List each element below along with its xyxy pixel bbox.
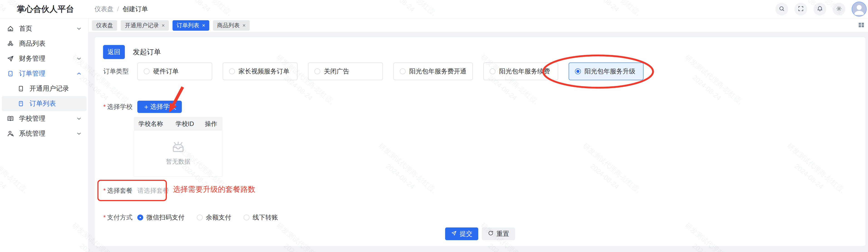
tab-bar: 仪表盘 开通用户记录 × 订单列表 × 商品列表 × [89,19,868,32]
package-select[interactable]: 请选择套餐 [137,186,169,195]
column-school-id: 学校ID [171,120,200,128]
radio-selected-icon [575,68,581,74]
sidebar-item-orders[interactable]: 订单管理 [0,66,88,81]
close-icon[interactable]: × [242,23,246,28]
breadcrumb-current: 创建订单 [123,5,148,13]
empty-inbox-icon [171,142,186,154]
chevron-down-icon [76,131,82,137]
back-button[interactable]: 返回 [103,45,125,59]
fullscreen-button[interactable] [795,3,807,16]
order-type-label: 订单类型 [103,67,137,76]
send-icon [451,230,460,238]
tab-label: 仪表盘 [96,22,113,29]
products-icon [7,40,14,47]
radio-icon [400,68,406,74]
order-type-option-annual-upgrade[interactable]: 阳光包年服务升级 [568,62,644,80]
top-header: 掌心合伙人平台 仪表盘 / 创建订单 [0,0,868,19]
chevron-down-icon [76,116,82,121]
tab-order-list[interactable]: 订单列表 × [173,20,209,31]
sidebar-item-open-user-records[interactable]: 开通用户记录 [2,81,87,96]
chevron-down-icon [76,56,82,62]
radio-icon [144,68,150,74]
package-label: * 选择套餐 [103,186,137,195]
sidebar-item-label: 订单列表 [30,99,80,108]
sidebar-item-label: 商品列表 [19,39,82,48]
gear-icon [836,5,842,13]
annotation-note: 选择需要升级的套餐路数 [173,184,255,195]
payment-option-wechat[interactable]: 微信扫码支付 [137,213,185,222]
tab-dashboard[interactable]: 仪表盘 [92,20,117,31]
tab-options-button[interactable] [859,22,864,29]
school-table-empty-state: 暂无数据 [134,131,222,176]
sidebar-item-label: 开通用户记录 [30,84,80,93]
fullscreen-icon [798,5,804,13]
column-school-name: 学校名称 [134,120,171,128]
user-key-icon [7,130,14,137]
sidebar-item-schools[interactable]: 学校管理 [0,111,88,126]
order-list-icon [17,100,25,107]
tab-label: 订单列表 [177,22,199,29]
school-label: * 选择学校 [103,103,137,111]
sidebar-item-label: 学校管理 [19,114,76,123]
refresh-icon [488,230,496,238]
app-window: 掌心合伙人平台 仪表盘 / 创建订单 [0,0,868,252]
order-doc-icon [7,70,14,77]
sidebar-item-products[interactable]: 商品列表 [0,36,88,51]
sidebar-item-label: 系统管理 [19,129,76,138]
form-actions: 提交 重置 [95,227,866,240]
sidebar-item-system[interactable]: 系统管理 [0,126,88,141]
reset-button[interactable]: 重置 [482,227,515,240]
required-marker: * [103,214,106,221]
tab-open-user-records[interactable]: 开通用户记录 × [121,20,169,31]
sidebar-item-order-list[interactable]: 订单列表 [2,96,87,111]
record-doc-icon [17,85,25,92]
breadcrumb-dashboard[interactable]: 仪表盘 [94,5,114,13]
search-button[interactable] [775,3,788,16]
radio-icon [229,68,235,74]
user-avatar[interactable] [851,2,867,17]
breadcrumb-separator: / [117,5,119,13]
home-icon [7,25,14,32]
add-school-button[interactable]: ＋ 选择学校 [137,101,182,113]
notifications-button[interactable] [813,3,826,16]
school-table-header: 学校名称 学校ID 操作 [134,117,222,131]
radio-selected-icon [137,215,143,220]
radio-icon [197,215,203,220]
sidebar-item-finance[interactable]: 财务管理 [0,51,88,66]
order-type-option-close-ads[interactable]: 关闭广告 [308,62,383,80]
order-type-option-hardware[interactable]: 硬件订单 [137,62,212,80]
radio-icon [490,68,496,74]
sidebar-item-label: 财务管理 [19,54,76,63]
payment-option-balance[interactable]: 余额支付 [197,213,231,222]
avatar-person-icon [852,13,866,17]
order-type-option-parent-video[interactable]: 家长视频服务订单 [223,62,298,80]
tab-product-list[interactable]: 商品列表 × [213,20,250,31]
book-icon [7,115,14,122]
payment-option-offline[interactable]: 线下转账 [244,213,278,222]
bell-icon [817,5,823,13]
sidebar-item-home[interactable]: 首页 [0,21,88,36]
tab-label: 开通用户记录 [125,22,159,29]
order-type-option-annual-open[interactable]: 阳光包年服务费开通 [393,62,473,80]
sidebar: 首页 商品列表 财务管理 [0,19,89,252]
payment-label: * 支付方式 [103,213,137,222]
search-icon [779,5,785,13]
breadcrumb: 仪表盘 / 创建订单 [94,5,148,13]
close-icon[interactable]: × [162,23,165,28]
grid-icon [859,22,864,29]
order-type-option-annual-renew[interactable]: 阳光包年服务续费 [483,62,558,80]
radio-icon [244,215,249,220]
required-marker: * [103,187,106,194]
app-logo: 掌心合伙人平台 [0,4,89,15]
close-icon[interactable]: × [202,23,205,28]
submit-button[interactable]: 提交 [445,227,478,240]
settings-button[interactable] [833,3,845,16]
chevron-down-icon [76,26,82,32]
sidebar-item-label: 订单管理 [19,69,76,78]
radio-icon [314,68,320,74]
empty-text: 暂无数据 [166,158,190,166]
required-marker: * [103,103,106,110]
paper-plane-icon [7,55,14,62]
plus-icon: ＋ [143,102,150,112]
school-table: 学校名称 学校ID 操作 暂无数据 [134,117,222,176]
